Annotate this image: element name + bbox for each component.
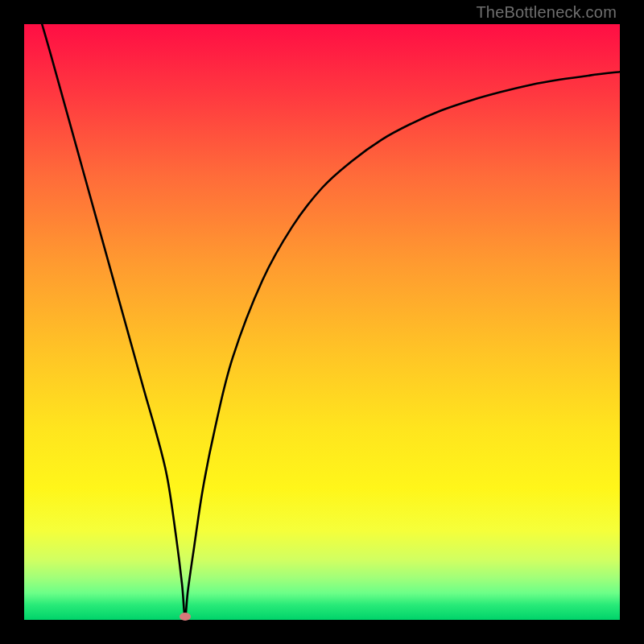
bottleneck-curve	[24, 24, 620, 620]
watermark-text: TheBottleneck.com	[476, 3, 617, 22]
curve-marker	[180, 613, 191, 621]
chart-plot-area	[24, 24, 620, 620]
curve-line	[42, 24, 620, 617]
